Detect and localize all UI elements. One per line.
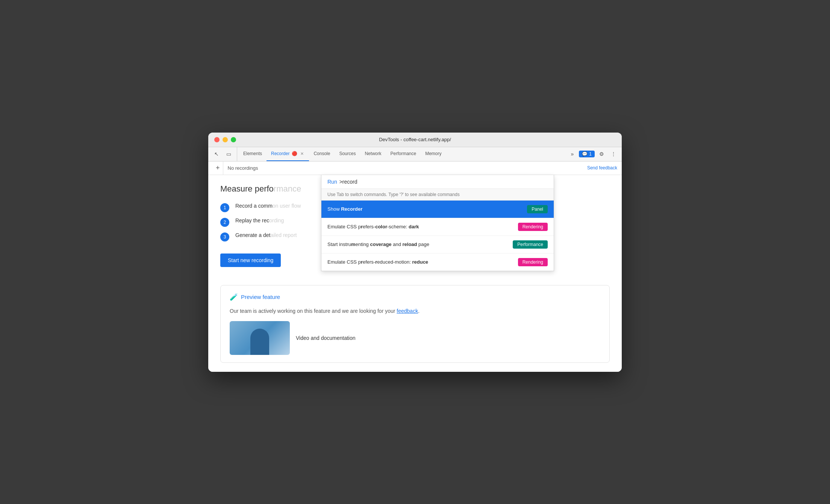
preview-text: Our team is actively working on this fea… (230, 307, 600, 315)
start-recording-button[interactable]: Start new recording (220, 254, 281, 267)
feedback-badge[interactable]: 💬 1 (579, 151, 595, 157)
command-item-show-recorder-badge: Panel (527, 205, 548, 213)
title-bar: DevTools - coffee-cart.netlify.app/ (208, 133, 622, 147)
tab-memory-label: Memory (425, 151, 441, 156)
preview-card: 🧪 Preview feature Our team is actively w… (220, 285, 610, 363)
close-button[interactable] (214, 137, 220, 142)
command-hint: Use Tab to switch commands. Type '?' to … (321, 189, 554, 201)
command-item-show-recorder-label: Show Recorder (327, 206, 527, 212)
command-item-css-motion-label: Emulate CSS prefers-reduced-motion: redu… (327, 259, 518, 265)
more-tabs-button[interactable]: » (567, 149, 577, 159)
command-item-css-dark-label: Emulate CSS prefers-color-scheme: dark (327, 224, 518, 229)
step-2-number: 2 (220, 218, 229, 227)
tab-bar-right: » 💬 1 ⚙ ⋮ (567, 147, 619, 161)
command-item-coverage-badge: Performance (513, 240, 548, 249)
command-item-css-motion[interactable]: Emulate CSS prefers-reduced-motion: redu… (321, 254, 554, 271)
send-feedback-link[interactable]: Send feedback (587, 165, 617, 171)
add-recording-button[interactable]: + (213, 161, 223, 175)
device-tool[interactable]: ▭ (223, 149, 234, 159)
tab-console[interactable]: Console (309, 147, 335, 161)
tab-memory[interactable]: Memory (421, 147, 446, 161)
cursor-tool[interactable]: ↖ (211, 149, 222, 159)
tab-recorder-close[interactable]: ✕ (300, 151, 304, 157)
minimize-button[interactable] (223, 137, 228, 142)
tab-elements[interactable]: Elements (239, 147, 267, 161)
preview-feedback-link[interactable]: feedback (397, 308, 418, 314)
preview-header: 🧪 Preview feature (230, 293, 600, 301)
command-item-css-dark[interactable]: Emulate CSS prefers-color-scheme: dark R… (321, 218, 554, 236)
inspect-tools: ↖ ▭ (211, 147, 237, 161)
video-doc-row: Video and documentation (230, 321, 600, 355)
video-thumbnail[interactable] (230, 321, 290, 355)
command-input[interactable] (339, 179, 548, 185)
devtools-window: DevTools - coffee-cart.netlify.app/ ↖ ▭ … (208, 133, 622, 372)
step-1-text: Record a common user flow (235, 203, 301, 209)
command-item-css-motion-badge: Rendering (518, 258, 548, 266)
no-recordings-label: No recordings (228, 165, 258, 171)
tab-bar: ↖ ▭ Elements Recorder 🔴 ✕ Console Source… (208, 147, 622, 161)
sub-bar: + No recordings Send feedback (208, 161, 622, 175)
customize-button[interactable]: ⋮ (608, 149, 619, 159)
step-2-text: Replay the recording (235, 217, 284, 223)
preview-text-after: . (418, 308, 420, 314)
run-label: Run (327, 179, 337, 185)
tab-network[interactable]: Network (360, 147, 386, 161)
tab-recorder-label: Recorder (271, 151, 289, 156)
maximize-button[interactable] (231, 137, 236, 142)
tab-performance-label: Performance (390, 151, 416, 156)
step-3-number: 3 (220, 232, 229, 241)
command-palette: Run Use Tab to switch commands. Type '?'… (321, 175, 554, 271)
preview-title: Preview feature (241, 294, 280, 300)
tab-elements-label: Elements (243, 151, 262, 156)
step-1-number: 1 (220, 203, 229, 212)
traffic-lights (214, 137, 236, 142)
tab-network-label: Network (365, 151, 381, 156)
sub-bar-wrapper: + No recordings Send feedback Run Use Ta… (208, 161, 622, 175)
tab-performance[interactable]: Performance (386, 147, 421, 161)
tab-sources-label: Sources (339, 151, 356, 156)
video-label: Video and documentation (296, 335, 356, 341)
command-item-show-recorder[interactable]: Show Recorder Panel (321, 201, 554, 218)
command-item-css-dark-badge: Rendering (518, 223, 548, 231)
window-title: DevTools - coffee-cart.netlify.app/ (379, 137, 451, 142)
command-input-row: Run (321, 175, 554, 189)
video-thumb-inner (230, 321, 290, 355)
feedback-count: 1 (589, 151, 592, 157)
command-item-coverage-label: Start instrumenting coverage and reload … (327, 241, 513, 247)
command-item-coverage[interactable]: Start instrumenting coverage and reload … (321, 236, 554, 254)
preview-flask-icon: 🧪 (230, 293, 238, 301)
tab-console-label: Console (314, 151, 330, 156)
preview-text-before: Our team is actively working on this fea… (230, 308, 397, 314)
tab-sources[interactable]: Sources (335, 147, 360, 161)
video-person-shape (250, 329, 269, 355)
tab-recorder[interactable]: Recorder 🔴 ✕ (267, 147, 309, 161)
settings-button[interactable]: ⚙ (596, 149, 607, 159)
feedback-icon: 💬 (582, 151, 588, 157)
recorder-icon: 🔴 (292, 151, 297, 156)
step-3-text: Generate a detailed report (235, 232, 297, 238)
